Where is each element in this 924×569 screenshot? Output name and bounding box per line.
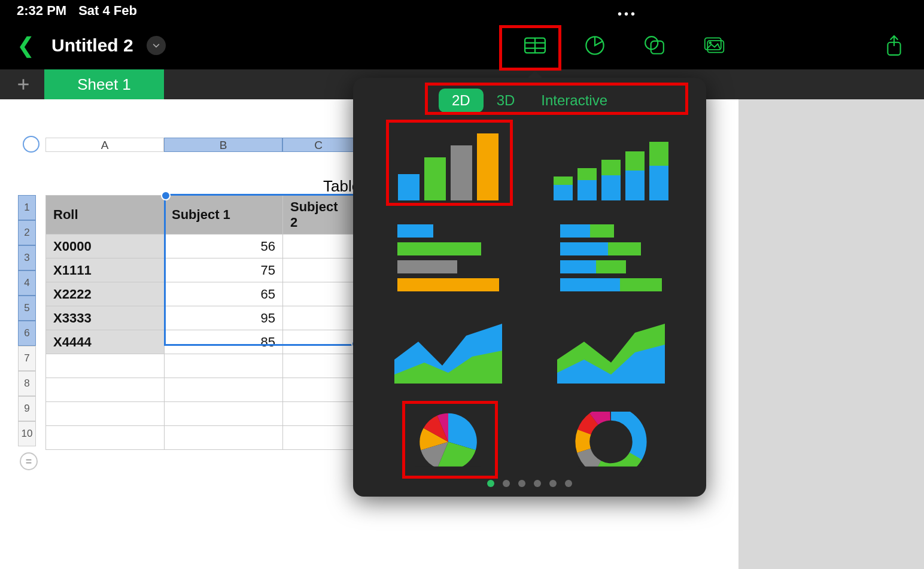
- column-header-b[interactable]: B: [164, 138, 282, 152]
- page-dot[interactable]: [534, 480, 541, 487]
- page-dot[interactable]: [518, 480, 525, 487]
- status-date: Sat 4 Feb: [78, 3, 137, 19]
- chart-option-stacked-column[interactable]: [551, 132, 671, 200]
- data-table[interactable]: Roll Subject 1 Subject 2 X000056 X111175…: [45, 195, 355, 450]
- chart-option-area[interactable]: [388, 317, 509, 386]
- chart-tab-2d[interactable]: 2D: [439, 89, 484, 112]
- table-row[interactable]: [46, 402, 355, 426]
- chart-tab-3d[interactable]: 3D: [484, 89, 528, 112]
- document-title[interactable]: Untitled 2: [51, 35, 133, 56]
- formula-button[interactable]: =: [20, 452, 38, 470]
- status-time: 2:32 PM: [17, 3, 66, 19]
- chart-type-segmented-control[interactable]: 2D 3D Interactive: [370, 89, 689, 112]
- select-all-handle[interactable]: [23, 136, 39, 153]
- table-row[interactable]: X000056: [46, 235, 355, 258]
- svg-point-9: [709, 41, 712, 44]
- chart-tab-interactive[interactable]: Interactive: [528, 89, 621, 112]
- back-chevron-icon[interactable]: ❮: [13, 33, 38, 58]
- status-bar: 2:32 PM Sat 4 Feb: [0, 0, 924, 22]
- row-headers[interactable]: 1 2 3 4 5 6 7 8 9 10: [18, 195, 36, 446]
- chart-option-column[interactable]: [388, 132, 509, 200]
- table-row[interactable]: X222265: [46, 282, 355, 306]
- multitask-ellipsis-icon[interactable]: •••: [618, 7, 637, 21]
- add-sheet-button[interactable]: [8, 69, 38, 99]
- navigation-bar: ❮ Untitled 2: [0, 22, 924, 69]
- chart-option-stacked-bar[interactable]: [551, 224, 671, 293]
- page-dot[interactable]: [503, 480, 510, 487]
- svg-rect-18: [415, 466, 481, 477]
- chart-option-stacked-area[interactable]: [551, 317, 671, 386]
- insert-shape-icon[interactable]: [643, 34, 667, 57]
- column-header-a[interactable]: A: [45, 138, 164, 152]
- document-menu-chevron-icon[interactable]: [147, 36, 166, 55]
- column-headers[interactable]: A B C: [45, 138, 354, 152]
- table-row[interactable]: X333395: [46, 306, 355, 330]
- svg-rect-25: [578, 466, 644, 477]
- chart-option-bar[interactable]: [388, 224, 509, 293]
- table-row[interactable]: [46, 426, 355, 450]
- sheet-tab[interactable]: Sheet 1: [44, 69, 164, 99]
- column-header-c[interactable]: C: [282, 138, 354, 152]
- table-row[interactable]: [46, 354, 355, 378]
- table-row[interactable]: X111175: [46, 258, 355, 282]
- table-row[interactable]: X444485: [46, 330, 355, 354]
- table-header-row[interactable]: Roll Subject 1 Subject 2: [46, 196, 355, 235]
- insert-table-icon[interactable]: [523, 34, 547, 57]
- share-icon[interactable]: [882, 34, 906, 57]
- insert-media-icon[interactable]: [703, 34, 727, 57]
- page-dot[interactable]: [487, 480, 494, 487]
- page-dot[interactable]: [565, 480, 572, 487]
- insert-chart-icon[interactable]: [583, 34, 607, 57]
- page-dot[interactable]: [549, 480, 557, 487]
- chart-option-donut[interactable]: [551, 410, 671, 479]
- chart-option-pie[interactable]: [388, 410, 509, 479]
- table-row[interactable]: [46, 378, 355, 402]
- chart-picker-popover: 2D 3D Interactive: [353, 78, 706, 497]
- page-indicator[interactable]: [353, 480, 706, 487]
- canvas-background-right: [738, 99, 924, 569]
